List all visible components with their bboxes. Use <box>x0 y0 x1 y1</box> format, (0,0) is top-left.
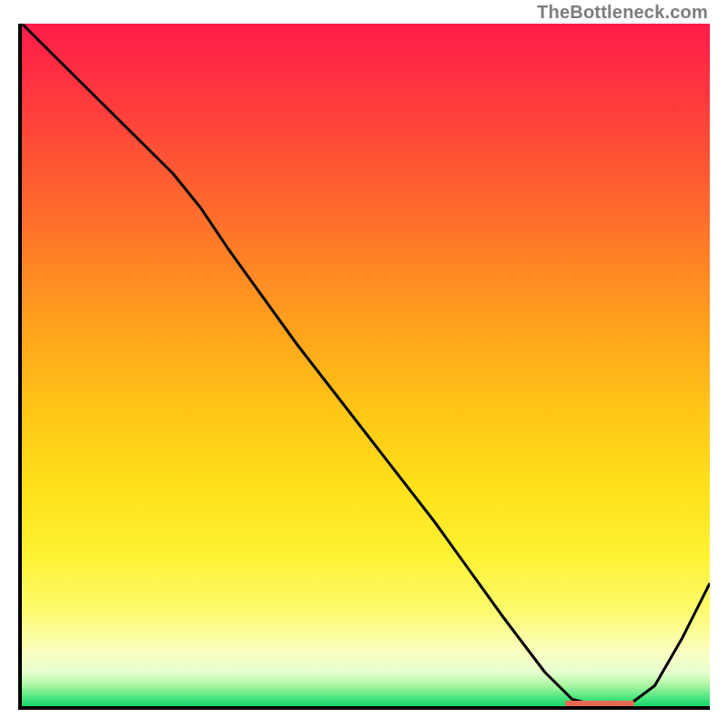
optimal-range-marker <box>565 701 634 706</box>
chart-container: TheBottleneck.com <box>0 0 728 728</box>
bottleneck-curve-path <box>22 24 710 706</box>
plot-area <box>18 24 710 710</box>
curve-layer <box>22 24 710 706</box>
attribution-text: TheBottleneck.com <box>537 2 708 23</box>
